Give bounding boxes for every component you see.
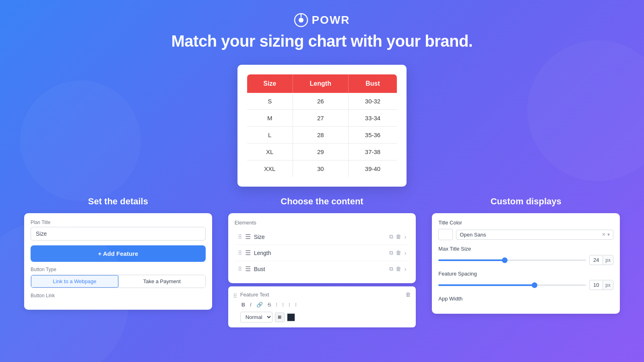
- bold-button[interactable]: B: [240, 301, 246, 309]
- element-chevron-icon[interactable]: ›: [405, 234, 407, 240]
- table-row: XL2937-38: [247, 144, 397, 160]
- title-color-picker[interactable]: [438, 229, 453, 240]
- feature-drag-handle[interactable]: ⠿: [233, 291, 237, 323]
- element-chevron-icon[interactable]: ›: [405, 250, 407, 256]
- font-select[interactable]: Open Sans ✕ ▾: [456, 230, 613, 240]
- button-link-group: Button Link: [31, 293, 206, 298]
- elements-list: ⠿ ☰ Size ⧉ 🗑 › ⠿ ☰ Length ⧉ 🗑 › ⠿ ☰ Bust…: [235, 229, 410, 277]
- feature-delete-icon[interactable]: 🗑: [405, 291, 411, 298]
- element-drag-handle[interactable]: ⠿: [238, 250, 242, 256]
- italic-button[interactable]: I: [249, 301, 253, 309]
- element-copy-icon[interactable]: ⧉: [389, 265, 393, 272]
- feature-spacing-track: [438, 284, 586, 286]
- element-list-icon: ☰: [245, 265, 251, 273]
- element-actions: ⧉ 🗑: [389, 249, 401, 256]
- table-cell: XXL: [247, 160, 293, 177]
- choose-content-section: Choose the content Elements ⠿ ☰ Size ⧉ 🗑…: [228, 196, 416, 327]
- btn-type-payment[interactable]: Take a Payment: [118, 275, 205, 288]
- format-select[interactable]: Normal: [240, 312, 272, 323]
- table-cell: 30: [293, 160, 349, 177]
- max-title-size-thumb[interactable]: [502, 257, 508, 263]
- font-dropdown-icon[interactable]: ▾: [607, 232, 610, 237]
- link-button[interactable]: 🔗: [255, 301, 264, 309]
- button-type-label: Button Type: [31, 267, 206, 272]
- element-actions: ⧉ 🗑: [389, 265, 401, 272]
- table-preview: Size Length Bust S2630-32M2733-34L2835-3…: [0, 65, 644, 187]
- plan-title-input[interactable]: [31, 227, 206, 241]
- font-clear-icon[interactable]: ✕: [602, 232, 606, 237]
- element-drag-handle[interactable]: ⠿: [238, 266, 242, 272]
- feature-spacing-slider-row: 10 px: [438, 280, 613, 290]
- app-width-row: App Width: [438, 296, 613, 302]
- feature-spacing-label: Feature Spacing: [438, 271, 613, 277]
- title-color-row: Title Color Open Sans ✕ ▾: [438, 220, 613, 240]
- align-left-button[interactable]: ⁝: [275, 301, 279, 309]
- table-row: S2630-32: [247, 93, 397, 110]
- align-right-button[interactable]: ⁝: [287, 301, 291, 309]
- max-title-size-value: 24: [590, 255, 603, 265]
- table-cell: 27: [293, 110, 349, 127]
- max-title-size-track: [438, 259, 586, 261]
- table-card: Size Length Bust S2630-32M2733-34L2835-3…: [237, 65, 407, 187]
- custom-displays-title: Custom displays: [432, 196, 620, 207]
- text-color-swatch[interactable]: [287, 313, 295, 321]
- max-title-size-value-box: 24 px: [589, 255, 613, 265]
- add-feature-button[interactable]: + Add Feature: [31, 245, 206, 262]
- table-cell: 39-40: [349, 160, 397, 177]
- format-icon-expand[interactable]: ⊞: [275, 313, 285, 322]
- feature-spacing-value-box: 10 px: [589, 280, 613, 290]
- max-title-size-label: Max Title Size: [438, 246, 613, 252]
- custom-displays-card: Title Color Open Sans ✕ ▾ Max Title Size: [432, 213, 620, 314]
- justify-button[interactable]: ⁝: [294, 301, 298, 309]
- feature-spacing-fill: [438, 284, 535, 286]
- feature-header: Feature Text 🗑: [240, 291, 411, 298]
- table-cell: S: [247, 93, 293, 110]
- sizing-table: Size Length Bust S2630-32M2733-34L2835-3…: [247, 74, 397, 177]
- element-row: ⠿ ☰ Size ⧉ 🗑 ›: [235, 229, 410, 245]
- strikethrough-button[interactable]: S: [266, 301, 272, 309]
- element-copy-icon[interactable]: ⧉: [389, 249, 393, 256]
- header: POWR Match your sizing chart with your b…: [0, 0, 644, 57]
- button-type-options: Link to a Webpage Take a Payment: [31, 275, 206, 288]
- table-cell: 29: [293, 144, 349, 160]
- choose-content-title: Choose the content: [228, 196, 416, 207]
- button-type-group: Button Type Link to a Webpage Take a Pay…: [31, 267, 206, 288]
- element-drag-handle[interactable]: ⠿: [238, 234, 242, 240]
- table-row: M2733-34: [247, 110, 397, 127]
- element-list-icon: ☰: [245, 233, 251, 241]
- title-color-controls: Open Sans ✕ ▾: [438, 229, 613, 240]
- bottom-sections: Set the details Plan Title + Add Feature…: [0, 196, 644, 327]
- element-copy-icon[interactable]: ⧉: [389, 233, 393, 240]
- element-chevron-icon[interactable]: ›: [405, 266, 407, 272]
- table-row: XXL3039-40: [247, 160, 397, 177]
- btn-type-webpage[interactable]: Link to a Webpage: [31, 275, 118, 288]
- elements-card: Elements ⠿ ☰ Size ⧉ 🗑 › ⠿ ☰ Length ⧉ 🗑 ›…: [228, 213, 416, 283]
- feature-spacing-row: Feature Spacing 10 px: [438, 271, 613, 290]
- col-header-bust: Bust: [349, 74, 397, 93]
- text-format-row: Normal ⊞: [240, 312, 411, 323]
- svg-point-1: [299, 18, 303, 23]
- col-header-length: Length: [293, 74, 349, 93]
- element-actions: ⧉ 🗑: [389, 233, 401, 240]
- feature-spacing-value: 10: [590, 280, 603, 290]
- set-details-section: Set the details Plan Title + Add Feature…: [24, 196, 212, 327]
- element-delete-icon[interactable]: 🗑: [396, 249, 401, 256]
- headline: Match your sizing chart with your brand.: [0, 32, 644, 50]
- feature-text-label: Feature Text: [240, 292, 269, 298]
- element-delete-icon[interactable]: 🗑: [396, 233, 401, 240]
- max-title-size-slider-row: 24 px: [438, 255, 613, 265]
- table-row: L2835-36: [247, 127, 397, 144]
- align-center-button[interactable]: ⁝: [281, 301, 285, 309]
- max-title-size-fill: [438, 259, 505, 261]
- font-name: Open Sans: [460, 232, 486, 238]
- table-cell: M: [247, 110, 293, 127]
- custom-displays-section: Custom displays Title Color Open Sans ✕ …: [432, 196, 620, 327]
- table-cell: 37-38: [349, 144, 397, 160]
- element-delete-icon[interactable]: 🗑: [396, 265, 401, 272]
- element-name: Length: [254, 250, 386, 256]
- button-link-label: Button Link: [31, 293, 206, 298]
- feature-spacing-thumb[interactable]: [532, 282, 537, 288]
- feature-content: Feature Text 🗑 B I 🔗 S ⁝ ⁝ ⁝ ⁝ Normal: [240, 291, 411, 323]
- table-cell: 33-34: [349, 110, 397, 127]
- elements-label: Elements: [235, 220, 410, 226]
